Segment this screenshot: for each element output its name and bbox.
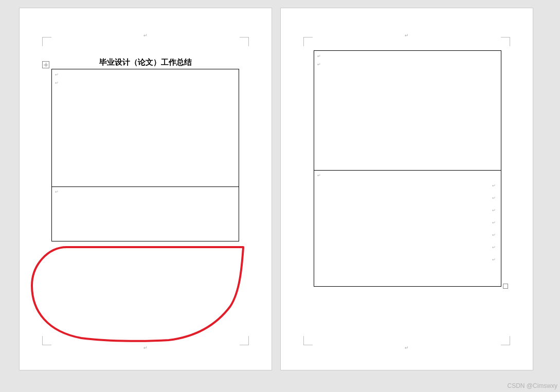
crop-mark-icon [303,37,313,46]
table-row-separator [52,186,239,187]
table-row-separator [314,170,501,171]
paragraph-mark: ↵ [492,208,496,213]
document-spread: ↵ 毕业设计（论文）工作总结 ↵ ↵ ↵ ↵ ↵ ↵ ↵ ↵ [0,0,560,378]
footer-paragraph-mark: ↵ [405,345,409,350]
paragraph-mark: ↵ [492,196,496,200]
paragraph-mark: ↵ [492,183,496,188]
page-left: ↵ 毕业设计（论文）工作总结 ↵ ↵ ↵ ↵ [20,8,272,370]
paragraph-mark: ↵ [55,190,59,194]
crop-mark-icon [240,336,249,345]
paragraph-mark: ↵ [317,62,321,67]
paragraph-mark: ↵ [317,173,321,178]
header-paragraph-mark: ↵ [405,33,409,38]
watermark: CSDN @Cimswxy [507,382,557,389]
crop-mark-icon [42,336,51,345]
paragraph-mark: ↵ [55,72,59,77]
crop-mark-icon [42,37,51,46]
paragraph-mark: ↵ [55,81,59,85]
crop-mark-icon [240,37,249,46]
paragraph-mark: ↵ [492,245,496,250]
page-right: ↵ ↵ ↵ ↵ ↵ ↵ ↵ ↵ ↵ ↵ ↵ ↵ [281,8,533,370]
paragraph-mark: ↵ [492,233,496,237]
table-left[interactable]: ↵ ↵ ↵ [51,69,239,241]
crop-mark-icon [501,336,510,345]
table-anchor-icon[interactable] [42,61,49,68]
paragraph-mark: ↵ [492,220,496,225]
footer-paragraph-mark: ↵ [143,345,148,350]
crop-mark-icon [501,37,510,46]
crop-mark-icon [303,336,313,345]
header-paragraph-mark: ↵ [143,33,148,38]
page-title: 毕业设计（论文）工作总结 [20,58,272,67]
table-resize-handle[interactable] [503,284,508,289]
paragraph-mark: ↵ [317,54,321,59]
table-right[interactable]: ↵ ↵ ↵ ↵ ↵ ↵ ↵ ↵ ↵ ↵ [314,50,501,287]
paragraph-mark: ↵ [492,257,496,262]
